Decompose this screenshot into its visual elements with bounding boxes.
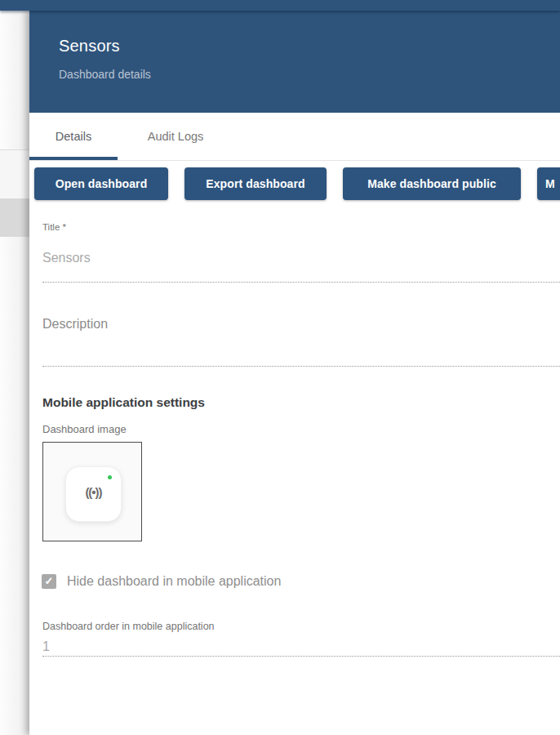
dashboard-order-value: 1	[42, 639, 560, 657]
truncated-action-button[interactable]: M	[537, 167, 560, 200]
details-form: Open dashboard Export dashboard Make das…	[29, 167, 560, 657]
sensor-device-image: ((•))	[65, 466, 122, 522]
dashboard-image-preview[interactable]: ((•))	[42, 442, 142, 541]
active-tab-indicator	[29, 157, 118, 160]
check-icon: ✓	[45, 574, 54, 589]
background-page	[0, 11, 29, 735]
title-field-label: Title *	[42, 222, 560, 233]
hide-dashboard-checkbox[interactable]: ✓	[42, 574, 56, 589]
dashboard-order-field[interactable]: Dashboard order in mobile application 1	[42, 621, 560, 657]
make-dashboard-public-button[interactable]: Make dashboard public	[343, 167, 521, 200]
drawer-header: Sensors Dashboard details	[29, 11, 560, 113]
open-dashboard-button[interactable]: Open dashboard	[34, 167, 168, 200]
background-divider	[0, 149, 29, 150]
export-dashboard-button[interactable]: Export dashboard	[184, 167, 327, 200]
tab-audit-logs[interactable]: Audit Logs	[118, 113, 233, 160]
top-app-bar	[0, 0, 560, 11]
dashboard-image-label: Dashboard image	[42, 423, 560, 435]
tab-details[interactable]: Details	[29, 113, 118, 160]
hide-dashboard-checkbox-row[interactable]: ✓ Hide dashboard in mobile application	[42, 574, 560, 589]
page-title: Sensors	[59, 36, 560, 56]
hide-dashboard-checkbox-label: Hide dashboard in mobile application	[67, 574, 281, 589]
background-row-light	[0, 150, 29, 198]
dashboard-order-label: Dashboard order in mobile application	[42, 621, 560, 633]
title-field[interactable]: Title * Sensors	[42, 222, 560, 283]
dashboard-details-drawer: Sensors Dashboard details Details Audit …	[29, 11, 560, 735]
title-field-value: Sensors	[42, 250, 560, 283]
status-dot-icon	[108, 475, 112, 479]
sensor-broadcast-icon: ((•))	[66, 485, 121, 499]
background-row-selected	[0, 198, 29, 237]
description-field-placeholder: Description	[42, 316, 560, 367]
tab-bar: Details Audit Logs	[29, 113, 560, 161]
action-button-row: Open dashboard Export dashboard Make das…	[34, 167, 560, 200]
description-field[interactable]: Description	[42, 316, 560, 367]
mobile-settings-heading: Mobile application settings	[42, 395, 560, 410]
page-subtitle: Dashboard details	[59, 68, 560, 82]
